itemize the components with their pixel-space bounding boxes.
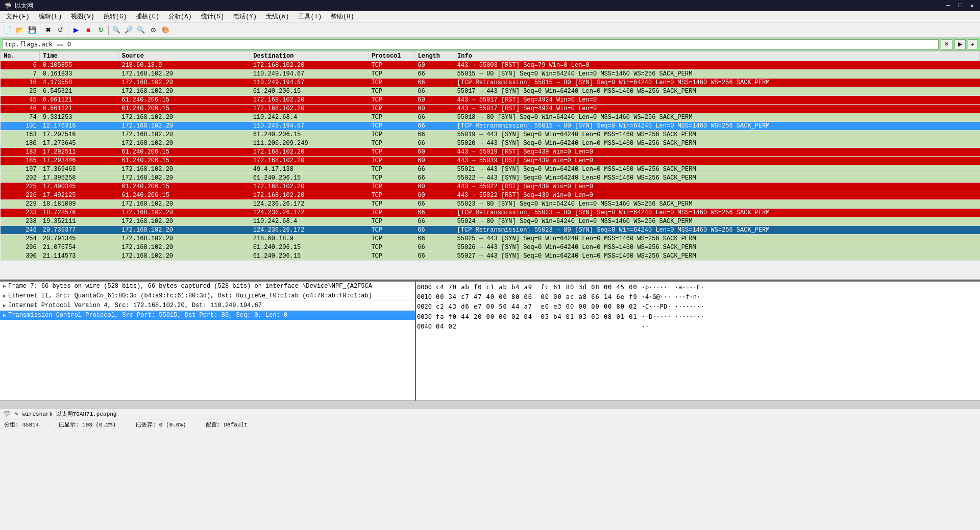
menu-item-c[interactable]: 捕获(C): [132, 11, 163, 22]
table-row[interactable]: 18517.29344661.240.206.15172.168.102.20T…: [1, 157, 980, 165]
menu-item-h[interactable]: 帮助(H): [327, 11, 358, 22]
table-cell: 229: [1, 200, 40, 209]
table-cell: 124.236.26.172: [250, 226, 369, 235]
detail-row[interactable]: ▶Ethernet II, Src: QuantaCo_61:80:3d (b4…: [0, 291, 415, 301]
menu-item-t[interactable]: 工具(T): [294, 11, 326, 22]
table-cell: 66: [414, 70, 454, 79]
detail-row[interactable]: ▶Frame 7: 66 bytes on wire (528 bits), 6…: [0, 282, 415, 291]
filter-apply-button[interactable]: ▶: [954, 39, 966, 49]
col-destination[interactable]: Destination: [250, 52, 369, 61]
table-cell: 55025 → 443 [SYN] Seq=0 Win=64240 Len=0 …: [454, 235, 980, 243]
packet-list[interactable]: No. Time Source Destination Protocol Len…: [0, 51, 980, 281]
table-row[interactable]: 164.173558172.168.102.20110.249.194.67TC…: [1, 79, 980, 87]
table-row[interactable]: 24620.739377172.168.102.20124.236.26.172…: [1, 226, 980, 235]
col-time[interactable]: Time: [40, 52, 118, 61]
table-row[interactable]: 29621.076754172.168.102.2061.240.206.15T…: [1, 243, 980, 252]
filter-bookmark-button[interactable]: +: [968, 39, 978, 49]
filter-input[interactable]: tcp.flags.ack == 0: [2, 39, 939, 49]
toolbar-filter-button[interactable]: 🔍: [111, 24, 122, 36]
table-cell: 163: [1, 131, 40, 139]
col-length[interactable]: Length: [414, 52, 454, 61]
table-cell: TCP: [368, 139, 414, 148]
menu-item-s[interactable]: 统计(S): [197, 11, 229, 22]
table-row[interactable]: 70.161833172.168.102.20110.249.194.67TCP…: [1, 70, 980, 79]
table-row[interactable]: 30021.114573172.168.102.2061.240.206.15T…: [1, 252, 980, 261]
table-cell: 172.168.102.20: [250, 157, 369, 165]
table-cell: 254: [1, 235, 40, 243]
toolbar-zoom-out-button[interactable]: 🔍: [135, 24, 146, 36]
maximize-button[interactable]: □: [957, 2, 964, 10]
table-row[interactable]: 256.545321172.168.102.2061.240.206.15TCP…: [1, 87, 980, 96]
toolbar-new-button[interactable]: 📄: [2, 24, 13, 36]
col-info[interactable]: Info: [454, 52, 980, 61]
menu-item-y[interactable]: 电话(Y): [229, 11, 261, 22]
titlebar-controls[interactable]: ─ □ ✕: [944, 2, 976, 10]
close-button[interactable]: ✕: [968, 2, 976, 10]
toolbar-reload-button[interactable]: ↺: [55, 24, 66, 36]
table-row[interactable]: 18317.29251161.240.206.15172.168.102.20T…: [1, 148, 980, 157]
expand-icon[interactable]: ▶: [3, 312, 6, 318]
table-row[interactable]: 60.105855218.60.18.9172.168.102.20TCP604…: [1, 61, 980, 70]
menu-item-e[interactable]: 编辑(E): [35, 11, 66, 22]
table-cell: 180: [1, 139, 40, 148]
col-source[interactable]: Source: [118, 52, 250, 61]
toolbar-close-button[interactable]: ✖: [42, 24, 54, 36]
table-cell: 66: [414, 252, 454, 261]
menu-item-w[interactable]: 无线(W): [262, 11, 293, 22]
bottom-hscroll[interactable]: [0, 400, 980, 409]
menu-item-f[interactable]: 文件(F): [2, 11, 34, 22]
table-row[interactable]: 23318.728576172.168.102.20124.236.26.172…: [1, 209, 980, 217]
col-protocol[interactable]: Protocol: [368, 52, 414, 61]
table-row[interactable]: 25420.791345172.168.102.20218.60.18.9TCP…: [1, 235, 980, 243]
expand-icon[interactable]: ▶: [3, 283, 6, 289]
table-cell: TCP: [368, 200, 414, 209]
menu-item-g[interactable]: 跳转(G): [100, 11, 131, 22]
table-cell: 16: [1, 79, 40, 87]
table-cell: 55024 → 80 [SYN] Seq=0 Win=64240 Len=0 M…: [454, 217, 980, 226]
table-cell: 172.168.102.20: [118, 200, 250, 209]
toolbar-zoom-reset-button[interactable]: ⊙: [148, 24, 159, 36]
table-cell: 110.242.68.4: [250, 113, 369, 122]
toolbar-open-button[interactable]: 📂: [14, 24, 26, 36]
filter-clear-button[interactable]: ✕: [941, 39, 952, 49]
toolbar-stop-capture-button[interactable]: ■: [83, 24, 94, 36]
table-row[interactable]: 18017.273645172.168.102.20111.206.209.24…: [1, 139, 980, 148]
menu-item-a[interactable]: 分析(A): [164, 11, 196, 22]
table-row[interactable]: 10112.176316172.168.102.20110.249.194.67…: [1, 122, 980, 131]
packet-details[interactable]: ▶Frame 7: 66 bytes on wire (528 bits), 6…: [0, 282, 416, 400]
table-cell: 197: [1, 165, 40, 174]
table-row[interactable]: 19717.369463172.168.102.2049.4.17.138TCP…: [1, 165, 980, 174]
table-row[interactable]: 22918.181009172.168.102.20124.236.26.172…: [1, 200, 980, 209]
toolbar-zoom-in-button[interactable]: 🔎: [123, 24, 134, 36]
table-cell: 66: [414, 226, 454, 235]
menubar: 文件(F)编辑(E)视图(V)跳转(G)捕获(C)分析(A)统计(S)电话(Y)…: [0, 11, 980, 22]
col-no[interactable]: No.: [1, 52, 40, 61]
detail-row[interactable]: ▶Internet Protocol Version 4, Src: 172.1…: [0, 301, 415, 311]
file-star: ✎: [15, 411, 18, 417]
minimize-button[interactable]: ─: [944, 2, 952, 10]
table-row[interactable]: 22617.49212561.240.206.15172.168.102.20T…: [1, 191, 980, 200]
titlebar-left: 🦈 以太网: [4, 2, 33, 10]
table-cell: 12.176316: [40, 122, 118, 131]
toolbar-restart-button[interactable]: ↻: [95, 24, 106, 36]
toolbar-colorize-button[interactable]: 🎨: [160, 24, 171, 36]
table-row[interactable]: 16317.207516172.168.102.2061.240.206.15T…: [1, 131, 980, 139]
table-cell: 60: [414, 183, 454, 191]
table-row[interactable]: 456.66112161.240.206.15172.168.102.20TCP…: [1, 96, 980, 105]
menu-item-v[interactable]: 视图(V): [67, 11, 99, 22]
table-cell: 6: [1, 61, 40, 70]
table-cell: 6.661121: [40, 96, 118, 105]
table-row[interactable]: 749.331253172.168.102.20110.242.68.4TCP6…: [1, 113, 980, 122]
toolbar-start-capture-button[interactable]: ▶: [70, 24, 82, 36]
expand-icon[interactable]: ▶: [3, 293, 6, 299]
table-cell: 7: [1, 70, 40, 79]
table-row[interactable]: 22517.49034561.240.206.15172.168.102.20T…: [1, 183, 980, 191]
table-row[interactable]: 466.66112161.240.206.15172.168.102.20TCP…: [1, 105, 980, 113]
table-row[interactable]: 23819.352111172.168.102.20110.242.68.4TC…: [1, 217, 980, 226]
table-cell: 66: [414, 243, 454, 252]
detail-row[interactable]: ▶Transmission Control Protocol, Src Port…: [0, 311, 415, 320]
toolbar-save-button[interactable]: 💾: [27, 24, 38, 36]
table-row[interactable]: 20217.395258172.168.102.2061.240.206.15T…: [1, 174, 980, 183]
expand-icon[interactable]: ▶: [3, 302, 6, 309]
table-cell: 172.168.102.20: [250, 183, 369, 191]
